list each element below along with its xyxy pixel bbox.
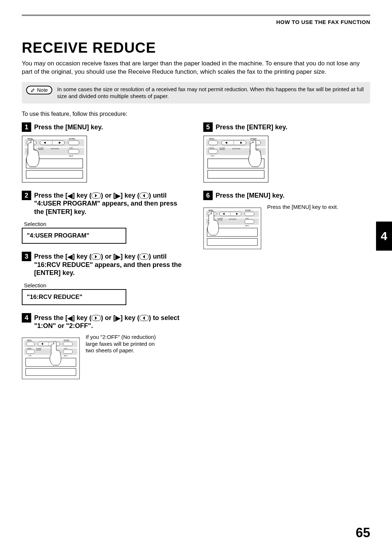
svg-text:EXPOSURE: EXPOSURE: [229, 219, 236, 220]
svg-text:ENTER: ENTER: [245, 210, 251, 211]
step-title: Press the [◀] key (⏵) or [▶] key (⏴) to …: [34, 313, 189, 330]
svg-rect-37: [208, 141, 218, 145]
step-side-text: If you "2:OFF" (No reduction) large faxe…: [86, 334, 158, 354]
step-number: 2: [22, 191, 31, 200]
svg-rect-58: [245, 212, 254, 216]
lcd-display: "16:RCV REDUCE": [22, 289, 126, 305]
svg-text:SP.FUN: SP.FUN: [36, 349, 41, 351]
left-arrow-icon: ◀: [68, 192, 73, 200]
lcd-display: "4:USER PROGRAM": [22, 228, 126, 244]
selection-label: Selection: [24, 282, 189, 288]
svg-text:SP.FUN: SP.FUN: [218, 219, 222, 220]
svg-rect-15: [26, 170, 83, 178]
control-panel-illustration: MENU ENTER 2-SIDED COPY E-SORT/ SP.FUN C…: [22, 337, 80, 380]
selection-label: Selection: [24, 221, 189, 227]
control-panel-illustration: MENU ENTER 2-SIDED COPY E-SORT/ SP.FUN E…: [203, 135, 269, 183]
left-arrow-icon: ◀: [68, 314, 73, 323]
step-number: 1: [22, 122, 31, 132]
svg-rect-26: [63, 350, 73, 354]
page-title: RECEIVE REDUCE: [22, 40, 370, 56]
step-number: 6: [203, 191, 213, 200]
svg-text:COPY: COPY: [64, 348, 68, 349]
svg-text:ENTER: ENTER: [250, 138, 257, 140]
step-title: Press the [◀] key (⏵) or [▶] key (⏴) unt…: [34, 191, 189, 216]
svg-text:SP.FUN: SP.FUN: [220, 149, 225, 150]
left-arrow-icon: ◀: [68, 253, 73, 261]
svg-text:RATIO: RATIO: [69, 155, 73, 157]
step-title: Press the [ENTER] key.: [216, 122, 287, 131]
step-4: 4 Press the [◀] key (⏵) or [▶] key (⏴) t…: [22, 313, 189, 380]
key-icon: ⏴: [139, 193, 149, 199]
svg-text:EXPOSURE: EXPOSURE: [51, 148, 59, 150]
svg-text:ENTER: ENTER: [64, 340, 69, 341]
svg-text:COPY: COPY: [211, 155, 215, 157]
svg-text:COPY: COPY: [28, 355, 32, 356]
svg-text:COPY: COPY: [69, 147, 73, 149]
key-icon: ⏵: [91, 315, 101, 321]
svg-text:SP.FUN: SP.FUN: [38, 149, 43, 150]
right-column: 5 Press the [ENTER] key. MENU ENT: [203, 122, 370, 388]
svg-text:2-SIDED: 2-SIDED: [26, 348, 31, 349]
svg-rect-34: [26, 368, 76, 376]
menu-label: MENU: [28, 138, 33, 140]
chapter-tab: 4: [376, 222, 392, 251]
svg-rect-21: [63, 342, 73, 346]
svg-text:MENU: MENU: [27, 340, 32, 341]
page-number: 65: [356, 525, 370, 540]
svg-text:RATIO: RATIO: [64, 355, 68, 356]
note-label-text: Note: [37, 87, 48, 93]
note-label: Note: [26, 86, 52, 94]
note-text: In some cases the size or resolution of …: [57, 86, 366, 100]
key-icon: ⏴: [139, 315, 149, 321]
svg-text:RATIO: RATIO: [245, 225, 249, 226]
svg-text:2-SIDED: 2-SIDED: [208, 147, 214, 149]
step-5: 5 Press the [ENTER] key. MENU ENT: [203, 122, 370, 183]
right-arrow-icon: ▶: [115, 253, 121, 261]
svg-rect-25: [26, 350, 34, 354]
step-2: 2 Press the [◀] key (⏵) or [▶] key (⏴) u…: [22, 191, 189, 244]
intro-text: You may on occasion receive faxes that a…: [22, 60, 370, 76]
pencil-icon: [30, 88, 36, 93]
svg-text:EXPOSURE: EXPOSURE: [232, 148, 241, 150]
key-icon: ⏵: [91, 254, 101, 260]
svg-rect-5: [68, 141, 79, 145]
enter-label: ENTER: [69, 138, 75, 140]
right-arrow-icon: ▶: [115, 192, 121, 200]
svg-text:MENU: MENU: [209, 138, 215, 140]
step-6: 6 Press the [MENU] key.: [203, 191, 370, 250]
svg-rect-44: [208, 149, 218, 154]
step-title: Press the [MENU] key.: [34, 122, 103, 131]
control-panel-illustration: MENU ENTER COPY RATIO E-SORT/ SP.FUN EXP…: [203, 207, 261, 250]
step-3: 3 Press the [◀] key (⏵) or [▶] key (⏴) u…: [22, 252, 189, 305]
step-side-text: Press the [MENU] key to exit.: [267, 204, 338, 211]
step-title: Press the [MENU] key.: [216, 191, 285, 200]
svg-rect-70: [207, 238, 258, 246]
svg-rect-52: [208, 170, 264, 178]
lead-text: To use this feature, follow this procedu…: [22, 111, 370, 117]
svg-rect-63: [245, 220, 254, 224]
key-icon: ⏵: [91, 193, 101, 199]
key-icon: ⏴: [139, 254, 149, 260]
step-number: 4: [22, 313, 31, 323]
step-1: 1 Press the [MENU] key.: [22, 122, 189, 183]
note-box: Note In some cases the size or resolutio…: [22, 82, 370, 104]
step-number: 3: [22, 252, 31, 261]
control-panel-illustration: MENU ENTER COPY RATIO E-SORT/ SP.FUN EXP…: [22, 135, 87, 183]
svg-rect-8: [68, 149, 79, 154]
svg-text:COPY: COPY: [245, 218, 249, 219]
svg-text:MENU: MENU: [208, 210, 213, 211]
breadcrumb: HOW TO USE THE FAX FUNCTION: [22, 15, 370, 25]
step-number: 5: [203, 122, 213, 132]
step-title: Press the [◀] key (⏵) or [▶] key (⏴) unt…: [34, 252, 189, 277]
left-column: 1 Press the [MENU] key.: [22, 122, 189, 388]
right-arrow-icon: ▶: [115, 314, 121, 323]
svg-rect-18: [26, 342, 34, 346]
